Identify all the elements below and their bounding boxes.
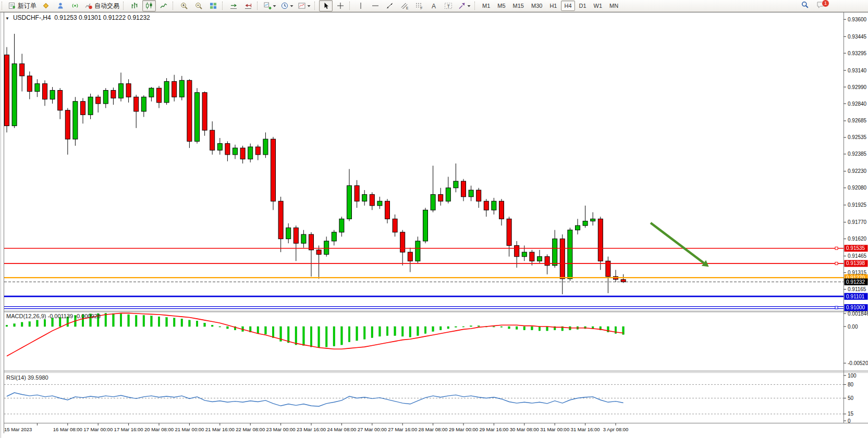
bear-candle [400,232,405,252]
trendline-button[interactable] [383,0,397,11]
tile-windows-button[interactable] [206,0,220,11]
macd-histogram-bar [531,327,533,330]
tf-m30[interactable]: M30 [528,1,545,11]
search-button[interactable] [800,1,810,11]
macd-histogram-bar [478,326,480,327]
bull-candle [492,201,496,210]
tf-d1[interactable]: D1 [576,1,590,11]
shift-icon [244,2,252,10]
text-label-button[interactable]: T [442,0,455,11]
cursor-icon [322,2,330,10]
bear-candle [560,239,565,279]
time-tick-label: 16 Mar 08:00 [53,427,82,432]
toolbar-grip [314,2,316,10]
new-order-button[interactable]: 新订单 [6,0,38,11]
notification-badge: 1 [822,0,829,7]
signals-button[interactable] [68,0,82,11]
macd-histogram-bar [105,313,107,327]
line-handle[interactable] [835,247,838,249]
arrows-button[interactable] [456,0,472,11]
auto-scroll-button[interactable] [227,0,240,11]
price-tick-label: 0.93445 [848,34,867,40]
toolbar-grip [222,2,224,10]
crosshair-button[interactable] [334,0,347,11]
macd-histogram-bar [447,327,449,329]
bull-candle [164,81,169,102]
rsi-tick-label: 0 [848,418,851,424]
bull-candle [454,181,458,188]
gold-diamond-button[interactable] [39,0,53,11]
vertical-line-button[interactable] [354,0,368,11]
new-chart-button[interactable] [262,0,278,11]
tf-w1[interactable]: W1 [591,1,606,11]
time-tick-label: 27 Mar 16:00 [388,427,417,432]
time-tick-label: 23 Mar 00:00 [266,427,296,432]
macd-histogram-bar [14,324,16,327]
search-icon [801,1,809,11]
tf-mn[interactable]: MN [606,1,621,11]
price-tick-label: 0.91165 [848,286,866,292]
price-tick-label: 0.92535 [848,134,867,140]
templates-button[interactable] [296,0,312,11]
bear-candle [255,147,260,155]
line-handle[interactable] [835,306,838,309]
macd-histogram-bar [401,327,404,336]
zoom-out-button[interactable] [192,0,205,11]
bear-candle [58,90,63,110]
notifications-button[interactable]: 1 [815,1,826,11]
bar-chart-button[interactable] [128,0,141,11]
bear-candle [545,257,549,266]
macd-histogram-bar [265,327,267,334]
macd-histogram-bar [341,327,343,345]
chart-shift-button[interactable] [241,0,255,11]
tiles-icon [209,2,217,10]
bear-candle [598,219,603,261]
macd-tick-label: 0.001846 [848,311,868,317]
periods-button[interactable] [279,0,295,11]
macd-histogram-bar [6,325,8,327]
vline-icon [357,2,365,10]
tf-m15[interactable]: M15 [510,1,527,11]
one-click-trading-toggle[interactable]: ▼ [5,16,9,21]
profile-button[interactable] [54,0,67,11]
tf-m1[interactable]: M1 [479,1,493,11]
macd-histogram-bar [21,322,23,327]
tf-h4[interactable]: H4 [561,1,574,11]
candlestick-chart-button[interactable] [142,0,156,11]
line-handle[interactable] [835,262,838,265]
toolbar-grip [173,2,175,10]
autotrading-button-label: 自动交易 [94,2,119,10]
macd-histogram-bar [310,327,312,347]
bull-candle [537,257,542,261]
neworder-icon [8,2,16,10]
tf-m5[interactable]: M5 [494,1,508,11]
bull-candle [583,221,588,226]
macd-histogram-bar [29,322,31,327]
tf-h1[interactable]: H1 [546,1,560,11]
time-tick-label: 28 Mar 08:00 [419,427,448,432]
macd-histogram-bar [59,317,61,327]
macd-histogram-bar [151,316,153,327]
macd-histogram-bar [303,327,305,345]
zoom-in-button[interactable] [177,0,191,11]
macd-histogram-bar [417,327,419,336]
time-tick-label: 30 Mar 08:00 [510,427,539,432]
bull-candle [141,97,146,111]
macd-histogram-bar [227,327,229,329]
cursor-button[interactable] [319,0,333,11]
equidistant-channel-button[interactable]: E [398,0,411,11]
text-button[interactable]: A [427,0,441,11]
horizontal-line-button[interactable] [369,0,382,11]
autotrading-button[interactable]: 自动交易 [83,0,121,11]
macd-histogram-bar [394,327,396,336]
chart-canvas[interactable]: 0.936000.934450.932950.931400.929900.928… [0,11,868,439]
line-chart-button[interactable] [157,0,170,11]
bull-candle [50,90,55,99]
time-tick-label: 20 Mar 08:00 [144,427,174,432]
bear-candle [172,81,177,97]
macd-histogram-bar [356,327,358,341]
price-tick-label: 0.92230 [848,168,867,174]
chart-window[interactable]: 0.936000.934450.932950.931400.929900.928… [0,11,868,439]
macd-histogram-bar [363,327,365,339]
fibonacci-button[interactable]: F [412,0,426,11]
